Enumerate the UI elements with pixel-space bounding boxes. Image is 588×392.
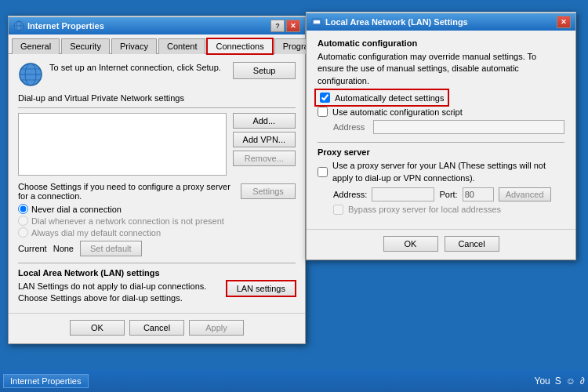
proxy-address-input[interactable] — [372, 187, 434, 201]
tab-security[interactable]: Security — [61, 38, 110, 54]
add-vpn-button[interactable]: Add VPN... — [233, 132, 296, 147]
internet-props-buttons: OK Cancel Apply — [9, 313, 305, 343]
lan-titlebar-left: Local Area Network (LAN) Settings — [311, 16, 468, 27]
taskbar-item[interactable]: Internet Properties — [3, 374, 89, 388]
connections-area: Add... Add VPN... Remove... — [18, 113, 296, 179]
radio-never: Never dial a connection — [18, 204, 296, 214]
radio-never-input[interactable] — [18, 204, 28, 214]
help-button[interactable]: ? — [270, 20, 285, 32]
lan-section: Local Area Network (LAN) settings LAN Se… — [18, 263, 296, 305]
dial-section-label: Dial-up and Virtual Private Network sett… — [18, 93, 296, 103]
lan-close-button[interactable]: ✕ — [557, 16, 571, 28]
advanced-button[interactable]: Advanced — [499, 187, 551, 201]
lan-settings-title: Local Area Network (LAN) Settings — [325, 17, 468, 27]
radio-group: Never dial a connection Dial whenever a … — [18, 204, 296, 238]
lan-dialog-content: Automatic configuration Automatic config… — [307, 31, 575, 229]
tab-bar: General Security Privacy Content Connect… — [9, 34, 305, 54]
internet-properties-dialog: Internet Properties ? ✕ General Security… — [8, 16, 306, 344]
dial-list[interactable] — [18, 113, 227, 176]
taskbar-icon-you: You — [535, 376, 550, 387]
radio-always-input[interactable] — [18, 227, 28, 238]
tab-privacy[interactable]: Privacy — [111, 38, 157, 54]
taskbar-icon-s: S — [555, 376, 561, 387]
proxy-port-label: Port: — [439, 190, 457, 199]
radio-never-label: Never dial a connection — [31, 205, 122, 214]
tab-general[interactable]: General — [12, 38, 60, 54]
titlebar-left: Internet Properties — [13, 20, 104, 31]
globe-large-icon — [18, 62, 43, 87]
radio-always: Always dial my default connection — [18, 227, 296, 238]
set-default-button[interactable]: Set default — [80, 241, 142, 256]
taskbar-icon-smiley: ☺ — [566, 376, 575, 387]
proxy-address-label: Address: — [333, 190, 367, 199]
auto-address-label: Address — [333, 122, 368, 132]
use-proxy-checkbox[interactable] — [318, 167, 328, 177]
auto-detect-row: Automatically detect settings — [318, 92, 446, 103]
remove-button[interactable]: Remove... — [233, 151, 296, 166]
bypass-proxy-row: Bypass proxy server for local addresses — [333, 205, 564, 215]
use-proxy-row: Use a proxy server for your LAN (These s… — [318, 160, 564, 184]
lan-section-header: Local Area Network (LAN) settings — [18, 268, 296, 278]
auto-config-section: Automatic configuration Automatic config… — [318, 38, 564, 134]
connections-content: To set up an Internet connection, click … — [9, 54, 305, 313]
titlebar-buttons: ? ✕ — [270, 20, 300, 32]
intro-text: To set up an Internet connection, click … — [49, 62, 227, 74]
ok-button[interactable]: OK — [70, 320, 125, 336]
intro-row: To set up an Internet connection, click … — [18, 62, 296, 87]
taskbar-icon-edit: ∂ — [580, 376, 585, 387]
radio-whenever: Dial whenever a network connection is no… — [18, 216, 296, 226]
auto-script-label: Use automatic configuration script — [332, 107, 463, 117]
proxy-address-row: Address: Port: Advanced — [333, 187, 564, 201]
lan-row: LAN Settings do not apply to dial-up con… — [18, 281, 296, 305]
add-button[interactable]: Add... — [233, 113, 296, 129]
separator-1 — [18, 107, 296, 108]
lan-settings-dialog: Local Area Network (LAN) Settings ✕ Auto… — [306, 12, 576, 260]
current-row: Current None Set default — [18, 241, 296, 256]
globe-icon — [13, 20, 24, 31]
auto-address-input[interactable] — [373, 120, 564, 134]
cancel-button[interactable]: Cancel — [129, 320, 184, 336]
close-button[interactable]: ✕ — [286, 20, 300, 32]
proxy-section: Proxy server Use a proxy server for your… — [318, 147, 564, 215]
proxy-separator — [318, 142, 564, 143]
bypass-proxy-label: Bypass proxy server for local addresses — [348, 205, 501, 214]
separator-2 — [18, 263, 296, 263]
auto-config-desc: Automatic configuration may override man… — [318, 51, 564, 87]
radio-always-label: Always dial my default connection — [31, 228, 161, 238]
taskbar-icons: You S ☺ ∂ — [535, 376, 585, 387]
choose-settings-text: Choose Settings if you need to configure… — [18, 182, 241, 201]
settings-button[interactable]: Settings — [241, 183, 296, 199]
auto-detect-label: Automatically detect settings — [335, 93, 444, 103]
proxy-port-input[interactable] — [463, 187, 494, 201]
current-value: None — [53, 244, 74, 253]
radio-whenever-label: Dial whenever a network connection is no… — [31, 216, 224, 226]
tab-connections[interactable]: Connections — [207, 38, 272, 54]
svg-rect-9 — [314, 20, 320, 24]
auto-script-checkbox[interactable] — [318, 107, 328, 117]
proxy-title: Proxy server — [318, 147, 564, 157]
internet-props-titlebar: Internet Properties ? ✕ — [9, 17, 305, 34]
taskbar: Internet Properties You S ☺ ∂ — [0, 370, 588, 392]
auto-config-title: Automatic configuration — [318, 38, 564, 48]
dial-list-area — [18, 113, 227, 179]
lan-description: LAN Settings do not apply to dial-up con… — [18, 281, 220, 305]
lan-settings-titlebar: Local Area Network (LAN) Settings ✕ — [307, 13, 575, 31]
apply-button[interactable]: Apply — [189, 320, 244, 336]
radio-whenever-input[interactable] — [18, 216, 28, 226]
tab-content[interactable]: Content — [158, 38, 206, 54]
lan-ok-button[interactable]: OK — [383, 236, 438, 252]
lan-settings-button[interactable]: LAN settings — [227, 281, 296, 296]
bypass-proxy-checkbox[interactable] — [333, 205, 343, 215]
taskbar-item-text: Internet Properties — [10, 376, 82, 386]
auto-address-row: Address — [333, 120, 564, 134]
internet-props-title: Internet Properties — [27, 21, 104, 31]
setup-button[interactable]: Setup — [233, 62, 296, 79]
current-label: Current — [18, 244, 47, 253]
lan-settings-buttons: OK Cancel — [307, 229, 575, 260]
lan-dialog-icon — [311, 16, 322, 27]
lan-titlebar-buttons: ✕ — [557, 16, 571, 28]
auto-detect-checkbox[interactable] — [320, 93, 330, 103]
use-proxy-label: Use a proxy server for your LAN (These s… — [332, 160, 564, 184]
dial-buttons: Add... Add VPN... Remove... — [233, 113, 296, 179]
lan-cancel-button[interactable]: Cancel — [445, 236, 499, 252]
